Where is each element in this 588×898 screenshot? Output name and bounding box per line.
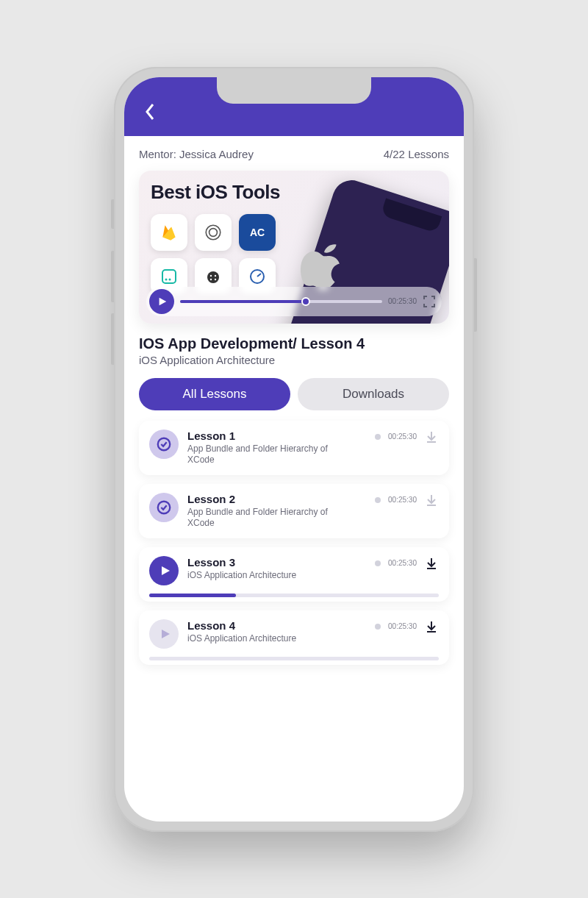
lesson-name: Lesson 4 xyxy=(187,619,366,632)
back-button[interactable] xyxy=(139,101,161,123)
svg-point-6 xyxy=(210,274,212,276)
lesson-description: iOS Application Architecture xyxy=(187,570,349,582)
notch xyxy=(217,77,371,104)
svg-point-8 xyxy=(210,278,212,279)
status-dot-icon xyxy=(375,434,381,440)
download-button[interactable] xyxy=(424,430,439,444)
video-progress-bar[interactable] xyxy=(180,300,382,303)
status-dot-icon xyxy=(375,560,381,566)
lesson-progress-bar[interactable] xyxy=(149,657,439,660)
lesson-duration: 00:25:30 xyxy=(388,496,417,504)
video-controls: 00:25:30 xyxy=(146,287,442,316)
svg-point-0 xyxy=(206,225,220,240)
tab-downloads[interactable]: Downloads xyxy=(298,378,449,410)
lesson-name: Lesson 3 xyxy=(187,556,366,569)
lesson-duration: 00:25:30 xyxy=(388,559,417,567)
lesson-duration: 00:25:30 xyxy=(388,432,417,441)
play-button[interactable] xyxy=(149,289,174,314)
video-timestamp: 00:25:30 xyxy=(388,297,417,305)
svg-rect-2 xyxy=(162,270,176,283)
phone-mockup: Mentor: Jessica Audrey 4/22 Lessons Best… xyxy=(114,67,474,832)
svg-point-3 xyxy=(165,278,168,280)
svg-point-4 xyxy=(169,278,171,280)
circle-spiral-icon xyxy=(195,214,232,251)
mentor-label: Mentor: Jessica Audrey xyxy=(139,148,254,160)
lesson-description: App Bundle and Folder Hierarchy of XCode xyxy=(187,443,349,466)
lesson-description: iOS Application Architecture xyxy=(187,633,349,645)
check-circle-icon[interactable] xyxy=(149,430,179,459)
lesson-row[interactable]: Lesson 2App Bundle and Folder Hierarchy … xyxy=(139,484,449,538)
download-button[interactable] xyxy=(424,556,439,571)
lesson-progress-bar[interactable] xyxy=(149,594,439,597)
svg-point-7 xyxy=(215,274,216,276)
play-icon[interactable] xyxy=(149,556,179,585)
chevron-left-icon xyxy=(145,103,155,121)
screen: Mentor: Jessica Audrey 4/22 Lessons Best… xyxy=(124,77,464,822)
course-title: IOS App Development/ Lesson 4 xyxy=(124,324,464,354)
svg-point-1 xyxy=(209,228,218,236)
lesson-description: App Bundle and Folder Hierarchy of XCode xyxy=(187,507,349,530)
lesson-name: Lesson 2 xyxy=(187,493,366,505)
video-thumbnail: Best iOS Tools AC xyxy=(139,171,449,324)
svg-point-9 xyxy=(215,278,216,279)
lesson-name: Lesson 1 xyxy=(187,430,366,442)
lesson-row[interactable]: Lesson 3iOS Application Architecture00:2… xyxy=(139,547,449,602)
tab-all-lessons[interactable]: All Lessons xyxy=(139,378,290,410)
course-subtitle: iOS Application Architecture xyxy=(124,354,464,378)
video-card[interactable]: Best iOS Tools AC xyxy=(139,171,449,324)
lesson-count-label: 4/22 Lessons xyxy=(384,148,449,160)
appcode-icon: AC xyxy=(239,214,276,251)
meta-row: Mentor: Jessica Audrey 4/22 Lessons xyxy=(124,136,464,168)
lesson-row[interactable]: Lesson 4iOS Application Architecture00:2… xyxy=(139,610,449,665)
lesson-list: Lesson 1App Bundle and Folder Hierarchy … xyxy=(124,421,464,665)
play-icon[interactable] xyxy=(149,619,179,649)
tab-bar: All Lessons Downloads xyxy=(124,378,464,421)
lesson-row[interactable]: Lesson 1App Bundle and Folder Hierarchy … xyxy=(139,421,449,475)
svg-point-5 xyxy=(207,271,219,283)
check-circle-icon[interactable] xyxy=(149,493,179,522)
firebase-icon xyxy=(151,214,187,251)
download-button[interactable] xyxy=(424,619,439,634)
fullscreen-button[interactable] xyxy=(423,295,436,308)
status-dot-icon xyxy=(375,497,381,503)
download-button[interactable] xyxy=(424,493,439,507)
status-dot-icon xyxy=(375,624,381,630)
lesson-duration: 00:25:30 xyxy=(388,622,417,630)
svg-line-11 xyxy=(257,274,261,277)
